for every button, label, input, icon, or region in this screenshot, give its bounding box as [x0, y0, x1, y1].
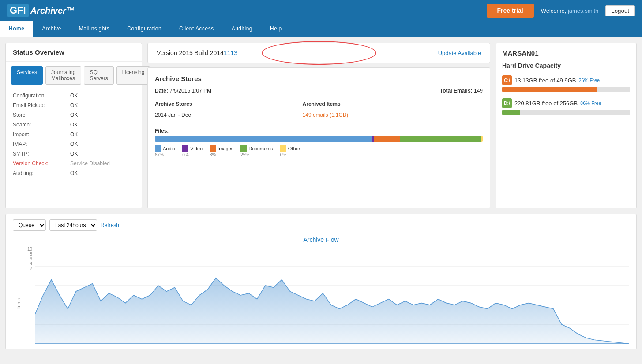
queue-select[interactable]: Queue: [13, 219, 46, 231]
nav-item-help[interactable]: Help: [261, 21, 291, 37]
tab-sql-servers[interactable]: SQL Servers: [84, 66, 113, 85]
drive-d-free-pct: 86% Free: [580, 100, 601, 106]
chart-y-labels: 10 8 6 4 2: [13, 247, 35, 344]
header: GFI Archiver™ Free trial Welcome, james.…: [0, 0, 642, 21]
status-label-version-check[interactable]: Version Check:: [13, 160, 70, 167]
tab-services[interactable]: Services: [11, 66, 43, 85]
status-tabs: Services Journaling Mailboxes SQL Server…: [6, 62, 142, 89]
archive-stores-title: Archive Stores: [155, 75, 483, 82]
images-pct: 8%: [210, 152, 216, 157]
nav-item-mailinsights[interactable]: MailInsights: [70, 21, 118, 37]
hd-capacity-title: Hard Drive Capacity: [502, 62, 630, 69]
status-label-email-pickup: Email Pickup:: [13, 102, 70, 108]
files-legend: Audio 67% Video 0% Images 8% Documents 2…: [155, 145, 483, 157]
main-content: Status Overview Services Journaling Mail…: [0, 37, 642, 214]
logo: GFI Archiver™: [7, 4, 75, 17]
files-bar-audio: [155, 136, 372, 142]
drive-d-bar-bg: [502, 110, 630, 115]
files-bar-images: [374, 136, 400, 142]
version-banner: Version 2015 Build 20141113 Update Avail…: [147, 43, 490, 63]
status-label-smtp: SMTP:: [13, 151, 70, 157]
status-row-imap: IMAP: OK: [13, 139, 135, 149]
documents-pct: 25%: [240, 152, 249, 157]
drive-c-bar-fill: [502, 87, 597, 92]
status-value-search: OK: [70, 122, 78, 128]
status-value-store: OK: [70, 112, 78, 118]
nav-item-configuration[interactable]: Configuration: [118, 21, 170, 37]
status-value-auditing: OK: [70, 170, 78, 176]
center-panel: Version 2015 Build 20141113 Update Avail…: [147, 43, 490, 208]
audio-color: [155, 145, 161, 152]
archive-col-items: Archived Items: [303, 99, 483, 109]
y-tick-10: 10: [27, 247, 32, 252]
drive-d-bar-fill: [502, 110, 520, 115]
y-tick-2: 2: [30, 266, 32, 271]
images-color: [210, 145, 216, 152]
free-trial-button[interactable]: Free trial: [487, 4, 534, 18]
drive-d-row: D:\ 220.81GB free of 256GB 86% Free: [502, 98, 630, 115]
y-axis-label: Items: [16, 298, 21, 310]
logout-button[interactable]: Logout: [605, 5, 635, 16]
total-emails-value: 149: [474, 88, 483, 94]
status-row-email-pickup: Email Pickup: OK: [13, 100, 135, 110]
status-label-store: Store:: [13, 112, 70, 118]
time-range-select[interactable]: Last 24hours Last 7 days Last 30 days: [49, 219, 97, 231]
nav-item-client-access[interactable]: Client Access: [170, 21, 223, 37]
video-label: Video: [190, 146, 203, 151]
refresh-link[interactable]: Refresh: [101, 222, 119, 228]
header-right: Free trial Welcome, james.smith Logout: [487, 4, 635, 18]
status-overview-panel: Status Overview Services Journaling Mail…: [5, 43, 142, 208]
server-name: MARSAN01: [502, 49, 630, 57]
status-row-smtp: SMTP: OK: [13, 149, 135, 159]
tab-journaling-mailboxes[interactable]: Journaling Mailboxes: [45, 66, 81, 85]
total-emails-label: Total Emails:: [440, 88, 474, 94]
archive-table: Archive Stores Archived Items 2014 Jan -…: [155, 99, 483, 121]
status-value-email-pickup: OK: [70, 102, 78, 108]
drive-c-bar-bg: [502, 87, 630, 92]
audio-label: Audio: [163, 146, 175, 151]
nav-item-auditing[interactable]: Auditing: [223, 21, 261, 37]
status-overview-title: Status Overview: [6, 43, 142, 62]
drive-c-badge: C:\: [502, 75, 512, 85]
right-panel: MARSAN01 Hard Drive Capacity C:\ 13.13GB…: [496, 43, 637, 208]
nav-item-archive[interactable]: Archive: [33, 21, 70, 37]
table-row: 2014 Jan - Dec 149 emails (1.1GB): [155, 109, 483, 121]
status-value-smtp: OK: [70, 151, 78, 157]
welcome-text: Welcome, james.smith: [541, 7, 599, 14]
video-color: [182, 145, 188, 152]
nav-item-home[interactable]: Home: [0, 21, 33, 37]
legend-documents: Documents 25%: [240, 145, 273, 157]
chart-title: Archive Flow: [13, 236, 629, 243]
video-pct: 0%: [182, 152, 188, 157]
files-bar-docs: [400, 136, 481, 142]
version-oval-highlight: [262, 41, 376, 65]
tab-licensing[interactable]: Licensing: [116, 66, 150, 85]
documents-label: Documents: [248, 146, 273, 151]
archive-store-name: 2014 Jan - Dec: [155, 109, 303, 121]
status-label-configuration: Configuration:: [13, 93, 70, 99]
other-color: [280, 145, 286, 152]
status-row-search: Search: OK: [13, 120, 135, 130]
legend-audio: Audio 67%: [155, 145, 175, 157]
other-pct: 0%: [280, 152, 286, 157]
update-available-link[interactable]: Update Available: [438, 50, 481, 56]
status-value-imap: OK: [70, 141, 78, 147]
archive-store-items: 149 emails (1.1GB): [303, 109, 483, 121]
svg-marker-6: [35, 278, 629, 344]
files-bar-other: [481, 136, 483, 142]
y-tick-0: [31, 271, 32, 276]
y-tick-6: 6: [30, 256, 32, 261]
bottom-section: Queue Last 24hours Last 7 days Last 30 d…: [5, 214, 637, 349]
status-value-version-check: Service Disabled: [70, 160, 110, 167]
date-value: 7/5/2016 1:07 PM: [169, 88, 211, 94]
status-label-auditing: Auditing:: [13, 170, 70, 176]
y-tick-8: 8: [30, 252, 32, 256]
status-row-store: Store: OK: [13, 110, 135, 120]
archive-date: Date: 7/5/2016 1:07 PM: [155, 88, 211, 94]
logo-archiver: Archiver™: [30, 6, 75, 16]
date-label: Date:: [155, 88, 169, 94]
username-link[interactable]: james.smith: [568, 7, 598, 14]
status-row-auditing: Auditing: OK: [13, 168, 135, 178]
other-label: Other: [288, 146, 300, 151]
status-value-configuration: OK: [70, 93, 78, 99]
